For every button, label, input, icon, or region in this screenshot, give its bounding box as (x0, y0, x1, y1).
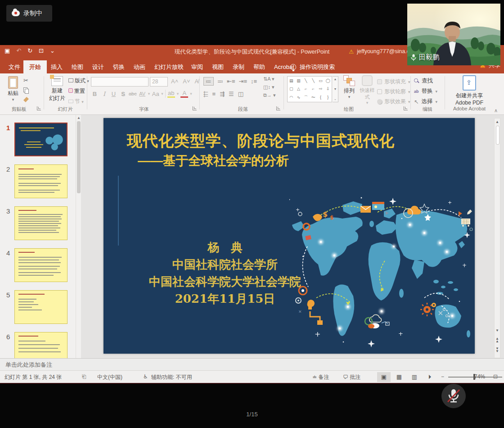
slide-title[interactable]: 现代化类型学、阶段论与中国式现代化 (127, 131, 395, 151)
format-painter-icon[interactable] (23, 97, 29, 102)
columns-icon[interactable]: ◫ (238, 91, 243, 98)
decrease-indent-icon[interactable]: ⇤≡ (227, 78, 235, 85)
paste-dropdown-icon[interactable]: ▾ (4, 97, 22, 102)
shape-outline-button[interactable]: 形状轮廓▾ (377, 88, 410, 96)
thumb-scroll-thumb[interactable] (77, 121, 81, 193)
copy-icon[interactable] (23, 87, 29, 93)
tab-record[interactable]: 录制 (227, 60, 250, 73)
normal-view-button[interactable]: ▣ (377, 372, 391, 382)
font-name-combo[interactable] (91, 77, 148, 87)
zoom-percent[interactable]: 74% (474, 373, 485, 380)
paragraph-dialog-launcher[interactable] (276, 106, 280, 110)
tab-review[interactable]: 审阅 (185, 60, 209, 73)
new-slide-button[interactable]: 新建 幻灯片 (47, 75, 68, 102)
slide-thumbnail-5[interactable] (14, 290, 68, 324)
italic-button[interactable]: I (100, 91, 108, 97)
webcam-video[interactable]: 田毅鹏 (407, 4, 500, 65)
section-button[interactable]: 节 ▾ (68, 98, 89, 105)
align-text-icon[interactable]: ◫↕ ▾ (263, 84, 275, 90)
tab-help[interactable]: 帮助 (248, 60, 271, 73)
slide-thumbnail-2[interactable] (14, 164, 68, 198)
reset-button[interactable]: 重置 (68, 87, 89, 95)
slide-thumbnail-4[interactable] (14, 248, 68, 282)
justify-icon[interactable]: ☰ (229, 91, 234, 98)
language-status[interactable]: 中文(中国) (97, 373, 122, 381)
text-shadow-button[interactable]: S (119, 91, 127, 97)
mute-button[interactable] (441, 384, 466, 408)
decrease-font-icon[interactable]: A˅ (183, 78, 190, 85)
font-dialog-launcher[interactable] (193, 106, 197, 110)
previous-slide-icon[interactable]: ▲▲ (495, 337, 499, 343)
scroll-thumb[interactable] (496, 126, 500, 145)
slideshow-view-button[interactable]: ⏵ (423, 372, 436, 382)
arrange-button[interactable]: 排列 ▾ (341, 75, 357, 99)
find-button[interactable]: 查找 (414, 77, 433, 85)
text-direction-icon[interactable]: ⇅A ▾ (263, 76, 275, 82)
shape-effects-button[interactable]: 形状效果▾ (377, 98, 410, 105)
tab-design[interactable]: 设计 (86, 60, 110, 73)
bullets-button[interactable]: ≔ (203, 77, 214, 86)
shape-fill-button[interactable]: 形状填充▾ (377, 78, 410, 86)
replace-button[interactable]: ab 替换▾ (414, 87, 437, 95)
underline-button[interactable]: U (110, 91, 117, 97)
slide-thumbnail-3[interactable] (14, 206, 68, 240)
editor-scrollbar[interactable]: ▲ ▼ ▲▲ ▼▼ (494, 118, 500, 358)
change-case-button[interactable]: Aa (152, 91, 159, 97)
numbering-button[interactable]: ≕ (217, 78, 223, 85)
line-spacing-icon[interactable]: ↕≡ (251, 78, 257, 85)
tell-me-search[interactable]: 操作说明搜索 (290, 60, 335, 73)
slide-sorter-view-button[interactable]: ▦ (392, 372, 406, 382)
clipboard-dialog-launcher[interactable] (37, 106, 41, 110)
tab-view[interactable]: 视图 (206, 60, 230, 73)
increase-font-icon[interactable]: A˄ (171, 78, 178, 85)
increase-indent-icon[interactable]: ⇥≡ (238, 78, 247, 85)
font-color-button[interactable]: A (180, 90, 188, 98)
tab-file[interactable]: 文件 (3, 60, 26, 73)
thumbnail-scrollbar[interactable]: ▲ (76, 115, 81, 358)
smartart-icon[interactable]: ⧉→ ▾ (263, 92, 275, 98)
paste-button[interactable]: 粘贴 ▾ (4, 75, 22, 102)
align-left-icon[interactable]: ⬱ (203, 91, 208, 98)
gallery-down-icon[interactable]: ▼ (334, 87, 337, 91)
notes-pane[interactable]: 单击此处添加备注 (0, 358, 504, 370)
reading-view-button[interactable]: ▥ (408, 372, 421, 382)
account-area[interactable]: ⚠ jeffyoung777@sina.co (349, 48, 413, 55)
zoom-out-button[interactable]: − (441, 373, 444, 380)
accessibility-status[interactable]: 辅助功能: 不可用 (151, 373, 192, 381)
gallery-more-icon[interactable]: ⌄ (334, 97, 337, 101)
bold-button[interactable]: B (91, 91, 99, 97)
layout-button[interactable]: 版式 ▾ (68, 77, 89, 85)
drawing-dialog-launcher[interactable] (404, 106, 408, 110)
shape-gallery-scroll[interactable]: ▲ ▼ ⌄ (333, 76, 338, 102)
notes-toggle[interactable]: ≐ 备注 (312, 373, 329, 381)
create-share-pdf-button[interactable]: 创建并共享 Adobe PDF (450, 75, 489, 106)
character-spacing-button[interactable]: AV (139, 91, 146, 96)
align-right-icon[interactable]: ⇶ (220, 91, 225, 98)
strikethrough-button[interactable]: abc (129, 91, 137, 96)
fit-to-window-icon[interactable]: ⊡ (493, 373, 498, 380)
thumb-scroll-up-icon[interactable]: ▲ (77, 116, 81, 120)
font-size-combo[interactable]: 28 (150, 77, 168, 87)
select-button[interactable]: ↖ 选择▾ (414, 98, 437, 105)
slide-thumbnail-6[interactable] (14, 332, 68, 358)
tab-home[interactable]: 开始 (23, 60, 47, 73)
scroll-down-icon[interactable]: ▼ (495, 328, 499, 332)
comments-toggle[interactable]: 🗩 批注 (343, 373, 360, 381)
collapse-ribbon-icon[interactable]: ∧ (494, 108, 498, 114)
clear-formatting-icon[interactable]: A̸ (195, 78, 199, 85)
scroll-up-icon[interactable]: ▲ (495, 120, 499, 124)
tab-slideshow[interactable]: 幻灯片放映 (148, 60, 189, 73)
slide-thumbnail-1[interactable] (14, 123, 68, 156)
tab-draw[interactable]: 绘图 (66, 60, 89, 73)
next-slide-icon[interactable]: ▼▼ (495, 347, 499, 353)
align-center-icon[interactable]: ≡ (212, 91, 216, 98)
slide-subtitle[interactable]: ——基于全球社会学的分析 (138, 152, 289, 169)
gallery-up-icon[interactable]: ▲ (334, 77, 337, 81)
tab-animations[interactable]: 动画 (128, 60, 151, 73)
tab-transitions[interactable]: 切换 (107, 60, 130, 73)
shape-gallery[interactable]: ▤▥╲╲▭◯ ▢△⌐⌐⇨⇩ ◠∿⌒〜{} (287, 76, 332, 102)
tab-insert[interactable]: 插入 (45, 60, 68, 73)
cut-icon[interactable]: ✂ (23, 77, 29, 84)
highlight-color-button[interactable]: ab (167, 90, 175, 98)
quick-styles-button[interactable]: 快速样式 ▾ (358, 75, 376, 105)
